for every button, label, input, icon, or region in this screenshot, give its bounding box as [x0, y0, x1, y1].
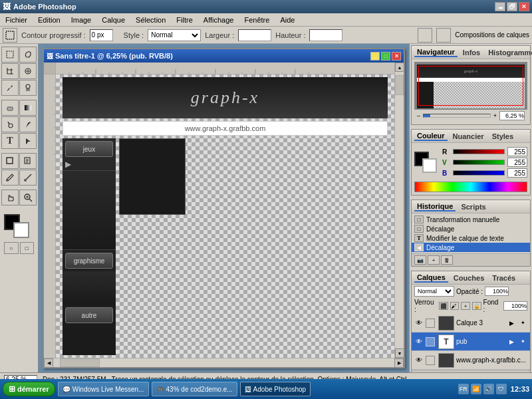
tool-brush[interactable]	[1, 80, 19, 96]
layer-eye-calque3[interactable]: 👁	[414, 319, 424, 328]
menu-fenetre[interactable]: Fenêtre	[241, 15, 272, 25]
tool-zoom[interactable]	[19, 190, 37, 205]
tab-calques[interactable]: Calques	[414, 273, 448, 283]
history-snapshot-btn[interactable]: 📷	[414, 255, 426, 265]
lock-all-btn[interactable]: 🔒	[472, 302, 481, 310]
taskbar-item-2[interactable]: 🖼 Adobe Photoshop	[240, 382, 311, 396]
canvas-viewport[interactable]: graph-x www.graph-x.grafbb.com jeux	[56, 74, 394, 358]
doc-maximize[interactable]: □	[381, 52, 390, 61]
tool-path-select[interactable]	[19, 133, 37, 149]
tool-crop[interactable]	[1, 63, 19, 79]
tab-nuancier[interactable]: Nuancier	[450, 132, 487, 140]
layer-eye-www[interactable]: 👁	[414, 356, 424, 365]
menu-edition[interactable]: Edition	[35, 15, 63, 25]
fond-input[interactable]	[503, 301, 527, 311]
scroll-right-btn[interactable]: ▶	[394, 358, 404, 368]
style-select[interactable]: Normal Proportionnel Fixe	[148, 29, 201, 41]
layers-mode-select[interactable]: Normal Fondu Obscurcir	[414, 286, 454, 297]
history-delete-btn[interactable]: 🗑	[441, 255, 453, 265]
minimize-button[interactable]: 🗕	[495, 2, 505, 11]
lock-image-btn[interactable]: 🖌	[450, 302, 460, 310]
maximize-button[interactable]: 🗗	[507, 2, 517, 11]
start-button[interactable]: ⊞ démarrer	[3, 382, 55, 396]
tool-marquee[interactable]	[1, 47, 19, 63]
scroll-thumb-h[interactable]	[60, 358, 100, 367]
menu-affichage[interactable]: Affichage	[201, 15, 237, 25]
tool-lasso[interactable]	[19, 47, 37, 63]
color-spectrum-bar[interactable]	[414, 182, 527, 192]
scroll-track-h[interactable]	[53, 358, 394, 367]
zoom-plus-btn[interactable]: +	[493, 112, 497, 119]
tool-heal[interactable]	[19, 63, 37, 79]
doc-close[interactable]: ✕	[392, 52, 401, 61]
tool-measure[interactable]	[19, 170, 37, 186]
tool-text[interactable]: T	[1, 133, 19, 149]
scroll-left-btn[interactable]: ◀	[44, 358, 53, 368]
tool-gradient[interactable]	[19, 100, 37, 116]
menu-selection[interactable]: Sélection	[133, 15, 168, 25]
lock-position-btn[interactable]: +	[461, 302, 470, 310]
r-value[interactable]	[507, 147, 527, 156]
zoom-input[interactable]	[499, 111, 525, 120]
horizontal-scrollbar[interactable]: ◀ ▶	[44, 358, 404, 367]
largeur-input[interactable]	[238, 29, 271, 41]
tool-eyedropper[interactable]	[1, 170, 19, 186]
scroll-up-btn[interactable]: ▲	[395, 63, 404, 72]
background-swatch[interactable]	[13, 222, 29, 238]
lock-transparent-btn[interactable]: ⬛	[439, 302, 448, 310]
scroll-track-v[interactable]	[395, 72, 404, 348]
history-item-1[interactable]: □ Décalage	[412, 224, 530, 233]
layer-row-pub[interactable]: 👁 T pub ▶ ✦	[412, 332, 530, 351]
layer-eye-pub[interactable]: 👁	[414, 337, 424, 346]
zoom-slider[interactable]	[423, 114, 491, 118]
color-bg-swatch[interactable]	[422, 158, 437, 173]
tab-couches[interactable]: Couches	[451, 274, 487, 282]
close-button[interactable]: ✕	[519, 2, 529, 11]
vertical-scrollbar[interactable]: ▲ ▼	[394, 63, 404, 358]
layer-row-www[interactable]: 👁 www.graph-x.grafbb.c...	[412, 351, 530, 370]
menu-filtre[interactable]: Filtre	[174, 15, 195, 25]
history-item-0[interactable]: □ Transformation manuelle	[412, 215, 530, 224]
tool-dodge[interactable]	[1, 116, 19, 132]
tab-infos[interactable]: Infos	[460, 49, 483, 57]
taskbar-item-0[interactable]: 💬 Windows Live Messen...	[58, 382, 149, 396]
tab-styles[interactable]: Styles	[489, 132, 516, 140]
taskbar-item-1[interactable]: 🎮 43% de cod2demo.e...	[152, 382, 237, 396]
tab-couleur[interactable]: Couleur	[414, 132, 448, 141]
menu-calque[interactable]: Calque	[99, 15, 128, 25]
layer-options-calque3[interactable]: ▶	[507, 319, 516, 328]
tab-traces[interactable]: Tracés	[489, 274, 518, 282]
tool-pen[interactable]	[19, 116, 37, 132]
tab-scripts[interactable]: Scripts	[458, 203, 488, 211]
b-value[interactable]	[507, 168, 527, 178]
tool-clone[interactable]	[19, 80, 37, 96]
tool-notes[interactable]	[19, 153, 37, 169]
doc-minimize[interactable]: _	[370, 52, 380, 61]
opacity-input[interactable]	[485, 287, 509, 296]
tab-navigateur[interactable]: Navigateur	[414, 48, 458, 57]
menu-image[interactable]: Image	[68, 15, 94, 25]
zoom-minus-btn[interactable]: –	[417, 112, 420, 119]
contour-input[interactable]	[90, 29, 113, 41]
tool-hand[interactable]	[1, 190, 19, 205]
menu-aide[interactable]: Aide	[277, 15, 297, 25]
tool-eraser[interactable]	[1, 100, 19, 116]
layer-row-calque3[interactable]: 👁 Calque 3 ▶ ✦	[412, 314, 530, 332]
tab-historique[interactable]: Historique	[414, 202, 456, 211]
history-new-btn[interactable]: +	[428, 255, 440, 265]
scroll-thumb-v[interactable]	[395, 75, 404, 95]
g-slider[interactable]	[453, 160, 505, 165]
quick-mask-btn[interactable]: ○	[4, 242, 19, 254]
menu-fichier[interactable]: Fichier	[3, 15, 30, 25]
screen-mode-btn[interactable]: □	[20, 242, 35, 254]
hauteur-input[interactable]	[309, 29, 342, 41]
layer-options-pub[interactable]: ▶	[507, 337, 516, 346]
b-slider[interactable]	[453, 170, 505, 176]
tool-shape[interactable]	[1, 153, 19, 169]
g-value[interactable]	[507, 158, 527, 167]
r-slider[interactable]	[453, 149, 505, 154]
history-item-2[interactable]: T Modifier le calque de texte	[412, 233, 530, 243]
scroll-down-btn[interactable]: ▼	[395, 348, 404, 358]
history-item-3[interactable]: ◀ Décalage	[412, 243, 530, 252]
tab-histogramme[interactable]: Histogramme	[485, 49, 532, 57]
